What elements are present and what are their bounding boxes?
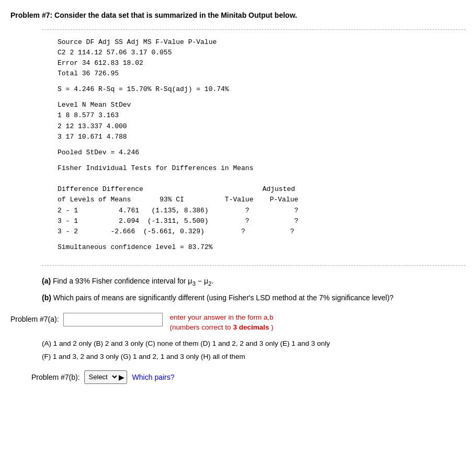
hint-end: ): [271, 323, 274, 331]
level-1-row: 1 8 8.577 3.163: [58, 110, 450, 121]
select-wrapper[interactable]: Select A B C D E F G H ▶: [84, 370, 127, 384]
part-a-text: (a) Find a 93% Fisher confidence interva…: [42, 275, 466, 288]
fisher-section: Fisher Individual Tests for Differences …: [58, 163, 450, 237]
hint-line1: enter your answer in the form a,b: [170, 313, 274, 321]
hint-line2: (numbers correct to: [170, 323, 231, 331]
table-row-c2: C2 2 114.12 57.06 3.17 0.055: [58, 48, 450, 58]
pooled-stdev-text: Pooled StDev = 4.246: [58, 148, 450, 158]
simultaneous-text: Simultaneous confidence level = 83.72%: [58, 242, 450, 253]
problem-7b-label: Problem #7(b):: [31, 373, 80, 381]
anova-table: Source DF Adj SS Adj MS F-Value P-Value …: [58, 37, 450, 80]
simultaneous-conf: Simultaneous confidence level = 83.72%: [58, 242, 450, 253]
choice-row-1: (A) 1 and 2 only (B) 2 and 3 only (C) no…: [42, 338, 466, 350]
choice-row-2: (F) 1 and 3, 2 and 3 only (G) 1 and 2, 1…: [42, 351, 466, 363]
problem-7b-row: Problem #7(b): Select A B C D E F G H ▶ …: [31, 370, 466, 384]
problem-header: Problem #7: Consider the data set that i…: [10, 10, 466, 21]
table-row-total: Total 36 726.95: [58, 69, 450, 79]
table-row-error: Error 34 612.83 18.02: [58, 58, 450, 69]
fisher-row-31: 3 - 1 2.094 (-1.311, 5.500) ? ?: [58, 216, 450, 227]
pooled-stdev: Pooled StDev = 4.246: [58, 148, 450, 158]
which-pairs-label: Which pairs?: [132, 373, 175, 381]
fisher-diff-header: Difference Difference Adjusted: [58, 184, 450, 195]
chevron-down-icon: ▶: [119, 373, 124, 381]
table-header-row: Source DF Adj SS Adj MS F-Value P-Value: [58, 37, 450, 48]
levels-table: Level N Mean StDev 1 8 8.577 3.163 2 12 …: [58, 100, 450, 142]
parts-text: (a) Find a 93% Fisher confidence interva…: [42, 275, 466, 303]
s-rsq-text: S = 4.246 R-Sq = 15.70% R-Sq(adj) = 10.7…: [58, 84, 450, 95]
fisher-title: Fisher Individual Tests for Differences …: [58, 163, 450, 174]
problem-number: Problem #7:: [10, 11, 52, 19]
answer-label: Problem #7(a):: [10, 313, 59, 323]
problem-description: Consider the data set that is summarized…: [54, 11, 297, 19]
minitab-output: Source DF Adj SS Adj MS F-Value P-Value …: [42, 29, 466, 266]
problem-7b-select[interactable]: Select A B C D E F G H: [87, 372, 119, 381]
answer-hint: enter your answer in the form a,b (numbe…: [170, 313, 274, 333]
fisher-row-21: 2 - 1 4.761 (1.135, 8.386) ? ?: [58, 206, 450, 216]
level-2-row: 2 12 13.337 4.000: [58, 121, 450, 132]
s-rsq-line: S = 4.246 R-Sq = 15.70% R-Sq(adj) = 10.7…: [58, 84, 450, 95]
hint-bold: 3 decimals: [233, 323, 269, 331]
answer-row: Problem #7(a): enter your answer in the …: [10, 313, 466, 333]
part-b-text: (b) Which pairs of means are significant…: [42, 292, 466, 303]
levels-header: Level N Mean StDev: [58, 100, 450, 110]
fisher-row-32: 3 - 2 -2.666 (-5.661, 0.329) ? ?: [58, 227, 450, 237]
problem-7a-input[interactable]: [63, 313, 163, 326]
choices-section: (A) 1 and 2 only (B) 2 and 3 only (C) no…: [42, 338, 466, 363]
level-3-row: 3 17 10.671 4.788: [58, 132, 450, 142]
fisher-diff-subheader: of Levels of Means 93% CI T-Value P-Valu…: [58, 195, 450, 205]
